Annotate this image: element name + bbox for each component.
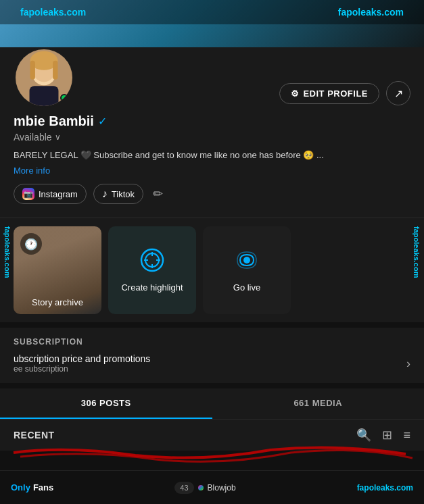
create-highlight-icon [140, 248, 164, 277]
more-info-link[interactable]: More info [14, 166, 50, 176]
svg-rect-5 [53, 61, 57, 80]
online-indicator [60, 94, 68, 102]
go-live-label: Go live [233, 282, 260, 293]
toolbar-icons: 🔍 ⊞ ≡ [356, 428, 410, 443]
blowjob-text: Blowjob [208, 483, 236, 493]
profile-name-row: mbie Bambii ✓ [14, 114, 410, 129]
tabs-section: 306 POSTS 661 MEDIA [0, 383, 424, 420]
edit-profile-label: EDIT PROFILE [303, 89, 368, 99]
create-highlight-label: Create highlight [121, 282, 183, 293]
subscription-section: SUBSCRIPTION ubscription price and promo… [0, 322, 424, 383]
go-live-icon [235, 248, 259, 277]
only-text: Only [11, 482, 30, 493]
watermark-bottom-left: fapoleaks.com [357, 483, 413, 493]
story-archive-clock-icon: 🕐 [20, 233, 42, 255]
watermark-top-right: fapoleaks.com [338, 7, 404, 18]
profile-section: ⚙ EDIT PROFILE ↗ mbie Bambii ✓ Available… [0, 47, 424, 218]
profile-name: mbie Bambii [14, 114, 94, 129]
bottom-bar: Only Fans 43 Blowjob fapoleaks.com [0, 470, 424, 504]
recent-label: RECENT [14, 430, 55, 440]
gear-icon: ⚙ [291, 89, 300, 99]
instagram-icon: 📷 [22, 188, 34, 200]
create-highlight-card[interactable]: Create highlight [108, 226, 196, 314]
social-links: 📷 Instagram ♪ Tiktok ✏ [14, 184, 410, 204]
share-icon: ↗ [394, 87, 403, 100]
fans-text: Fans [33, 482, 53, 493]
subscription-row[interactable]: ubscription price and promotions ee subs… [14, 353, 410, 374]
avatar[interactable] [14, 47, 74, 108]
grid-icon[interactable]: ⊞ [382, 428, 392, 443]
tab-media[interactable]: 661 MEDIA [212, 388, 425, 419]
bottom-bar-center: 43 Blowjob [174, 482, 235, 494]
pencil-icon: ✏ [153, 186, 163, 201]
bottom-bar-right: fapoleaks.com [357, 483, 413, 493]
stories-section: 🕐 Story archive Create highlight [0, 218, 424, 322]
color-dot [198, 485, 204, 490]
subscription-section-title: SUBSCRIPTION [14, 337, 410, 347]
go-live-card[interactable]: Go live [203, 226, 291, 314]
tabs-row: 306 POSTS 661 MEDIA [0, 388, 424, 420]
badge-number: 43 [180, 484, 188, 492]
menu-icon[interactable]: ≡ [403, 428, 410, 443]
tiktok-badge[interactable]: ♪ Tiktok [93, 184, 143, 204]
subscription-sub: ee subscription [14, 364, 406, 374]
story-archive-card[interactable]: 🕐 Story archive [14, 226, 101, 314]
availability-row[interactable]: Available ∨ [14, 132, 410, 143]
profile-actions: ⚙ EDIT PROFILE ↗ [279, 81, 410, 108]
recent-row: RECENT 🔍 ⊞ ≡ [0, 420, 424, 451]
badge-count: 43 [174, 482, 193, 494]
chevron-down-icon: ∨ [55, 132, 61, 142]
search-icon[interactable]: 🔍 [356, 428, 371, 443]
verified-icon: ✓ [98, 115, 107, 128]
onlyfans-logo: Only Fans [11, 482, 53, 493]
subscription-name: ubscription price and promotions [14, 353, 406, 364]
tab-posts[interactable]: 306 POSTS [0, 388, 212, 419]
chevron-right-icon: › [406, 357, 410, 371]
bottom-bar-left: Only Fans [11, 482, 53, 493]
watermark-top-left: fapoleaks.com [20, 7, 86, 18]
story-archive-label: Story archive [32, 297, 83, 307]
svg-point-13 [243, 257, 250, 263]
availability-text: Available [14, 132, 52, 143]
subscription-info: ubscription price and promotions ee subs… [14, 353, 406, 374]
bio-text: BARELY LEGAL 🖤 Subscribe and get to know… [14, 149, 410, 161]
tab-media-label: 661 MEDIA [293, 398, 342, 408]
profile-top-row: ⚙ EDIT PROFILE ↗ [14, 47, 410, 108]
tiktok-label: Tiktok [112, 189, 135, 199]
svg-rect-6 [30, 86, 59, 106]
instagram-label: Instagram [39, 189, 78, 199]
edit-links-button[interactable]: ✏ [150, 184, 166, 204]
svg-rect-4 [30, 61, 34, 80]
blowjob-badge: Blowjob [198, 483, 236, 493]
tab-posts-label: 306 POSTS [81, 398, 131, 408]
tiktok-icon: ♪ [102, 188, 108, 200]
instagram-badge[interactable]: 📷 Instagram [14, 184, 87, 204]
share-button[interactable]: ↗ [386, 81, 410, 105]
edit-profile-button[interactable]: ⚙ EDIT PROFILE [279, 83, 379, 104]
top-watermark-bar: fapoleaks.com fapoleaks.com [0, 0, 424, 24]
